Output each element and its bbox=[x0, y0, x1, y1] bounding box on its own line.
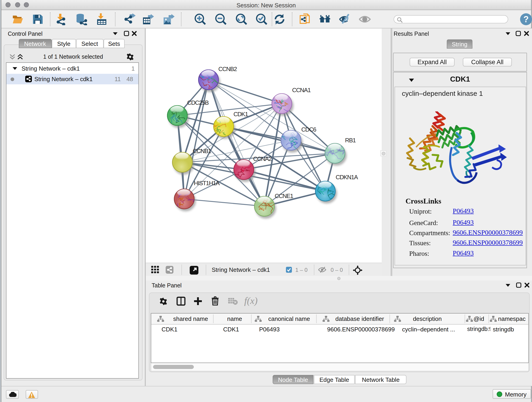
svg-text:CDC6: CDC6 bbox=[301, 126, 316, 133]
svg-text:CCNA2: CCNA2 bbox=[253, 155, 272, 162]
svg-text:CDK1: CDK1 bbox=[233, 111, 248, 118]
svg-text:HIST1H1A: HIST1H1A bbox=[194, 180, 220, 186]
svg-text:CCNA1: CCNA1 bbox=[292, 87, 310, 94]
svg-text:CCNB1: CCNB1 bbox=[192, 148, 211, 154]
svg-text:CCNE1: CCNE1 bbox=[274, 192, 293, 199]
svg-text:CDKN1A: CDKN1A bbox=[336, 174, 358, 181]
svg-text:RB1: RB1 bbox=[345, 137, 355, 144]
svg-text:CCNB2: CCNB2 bbox=[218, 65, 237, 72]
svg-text:?: ? bbox=[523, 14, 528, 24]
svg-text:CDC25B: CDC25B bbox=[187, 99, 208, 106]
